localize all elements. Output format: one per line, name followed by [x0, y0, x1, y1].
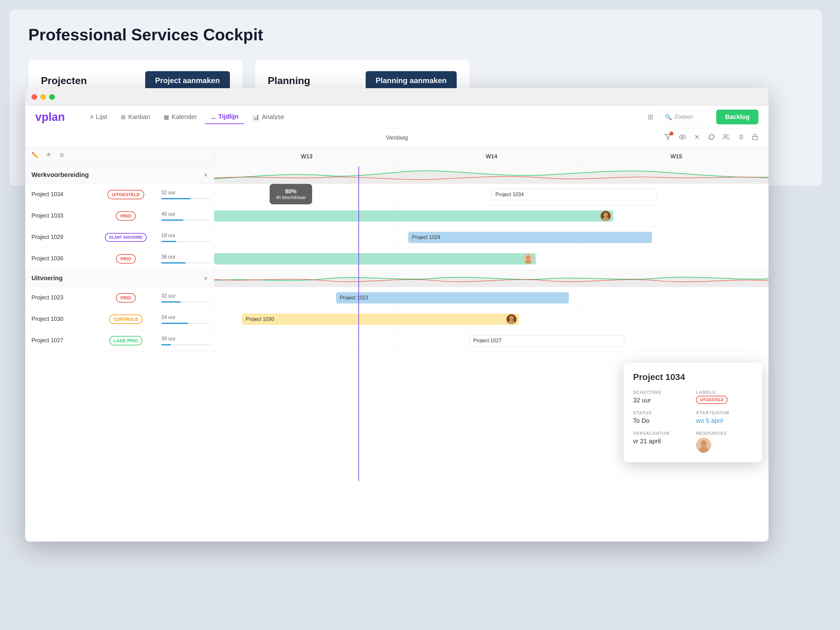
detail-card: Project 1034 SCHATTING 32 uur LABELS UIT… [624, 363, 762, 462]
label-prio-1033: PRIO [116, 211, 136, 221]
startdatum-value: wo 5 april [696, 417, 753, 424]
project-naam-1036: Project 1036 [25, 255, 95, 262]
analyse-icon: 📊 [252, 113, 259, 121]
eye-icon[interactable] [679, 134, 686, 142]
left-table: Werkvoorbereiding ∨ Project 1034 UITGEST… [25, 166, 214, 481]
label-uitgesteld: UITGESTELD [107, 190, 144, 199]
gantt-bar-1034[interactable]: Project 1034 [491, 189, 658, 200]
nav-right: ⊞ 🔍 Zoeken Backlog [647, 110, 758, 124]
project-schatting-1034: 32 uur [158, 190, 214, 199]
nav-item-kalender[interactable]: ▦ Kalender [158, 110, 203, 124]
gantt-bar-1023[interactable]: Project 1023 [336, 292, 569, 304]
table-row[interactable]: Project 1034 UITGESTELD 32 uur [25, 184, 214, 205]
table-row[interactable]: Project 1036 PRIO 36 uur [25, 248, 214, 269]
nav-item-lijst[interactable]: ≡ Lijst [84, 110, 114, 124]
table-row[interactable]: Project 1023 PRIO 32 uur [25, 287, 214, 309]
projects-card-header: Projecten Project aanmaken [41, 71, 230, 90]
resource-avatar [696, 438, 711, 453]
filter-icon[interactable] [665, 134, 671, 142]
table-row[interactable]: Project 1027 LAGE PRIO 30 uur [25, 330, 214, 351]
project-labels-1030: CONTROLE [95, 315, 158, 324]
nav-item-lijst-label: Lijst [96, 113, 107, 121]
nav-item-analyse[interactable]: 📊 Analyse [246, 110, 291, 124]
kalender-icon: ▦ [164, 113, 169, 121]
status-label: STATUS [633, 410, 690, 415]
label-prio-1023: PRIO [116, 293, 136, 302]
gantt-bar-1036[interactable] [214, 253, 536, 265]
logo-plan: plan [41, 110, 65, 123]
avatar-1033 [601, 211, 611, 221]
dot-green[interactable] [49, 94, 55, 100]
gantt-bar-1029[interactable]: Project 1029 [408, 232, 652, 243]
gantt-bar-1027[interactable]: Project 1027 [469, 335, 625, 346]
browser-titlebar [25, 88, 769, 106]
group-chevron-2: ∨ [204, 275, 208, 281]
project-schatting-1036: 36 uur [158, 254, 214, 263]
gantt-group-werkvoorbereiding [214, 166, 769, 184]
edit-icon[interactable]: ✏️ [32, 152, 38, 159]
close-icon[interactable] [693, 134, 701, 142]
gantt-row-1023: Project 1023 [214, 287, 769, 309]
gantt-row-1034: Project 1034 [214, 184, 769, 205]
list-icon[interactable] [737, 134, 744, 142]
nav-item-tijdlijn-label: Tijdlijn [218, 113, 238, 120]
detail-labels-field: LABELS UITGESTELD [696, 390, 753, 404]
dot-yellow[interactable] [40, 94, 46, 100]
gantt-header: W13 W14 W15 [214, 147, 769, 166]
project-naam-1030: Project 1030 [25, 316, 95, 322]
capacity-chart-2 [214, 269, 769, 287]
gantt-row-1029: Project 1029 [214, 227, 769, 248]
dot-red[interactable] [32, 94, 37, 100]
puzzle-icon[interactable] [708, 134, 715, 142]
search-box[interactable]: 🔍 Zoeken [660, 111, 710, 123]
table-row[interactable]: Project 1030 CONTROLE 24 uur [25, 309, 214, 330]
label-prio-1036: PRIO [116, 254, 136, 263]
nav-item-tijdlijn[interactable]: ⚊ Tijdlijn [204, 110, 245, 124]
gantt-area: Project 1034 Project 1029 [214, 166, 769, 481]
group-werkvoorbereiding-label: Werkvoorbereiding [32, 171, 89, 178]
content-area: Werkvoorbereiding ∨ Project 1034 UITGEST… [25, 166, 769, 481]
settings-icon[interactable]: ⚙ [59, 152, 64, 159]
search-placeholder: Zoeken [674, 113, 693, 120]
bg-title: Professional Services Cockpit [28, 25, 803, 44]
gantt-row-1030: Project 1030 [214, 309, 769, 330]
project-schatting-1029: 18 uur [158, 233, 214, 242]
app-navbar: vplan ≡ Lijst ⊞ Kanban ▦ Kalender ⚊ Tijd… [25, 106, 769, 128]
startdatum-label: STARTDATUM [696, 410, 753, 415]
lock-icon[interactable] [752, 134, 758, 142]
label-klant-1029: KLANT AKKOORD [105, 233, 147, 242]
detail-schatting-field: SCHATTING 32 uur [633, 390, 690, 404]
label-lage-prio-1027: LAGE PRIO [109, 336, 142, 345]
nav-item-kalender-label: Kalender [172, 113, 197, 121]
table-row[interactable]: Project 1029 KLANT AKKOORD 18 uur [25, 227, 214, 248]
users-icon[interactable] [723, 134, 729, 142]
project-aanmaken-button[interactable]: Project aanmaken [145, 71, 230, 90]
detail-label-badge: UITGESTELD [696, 396, 728, 404]
expand-icon[interactable]: ⊞ [647, 113, 653, 121]
nav-item-kanban[interactable]: ⊞ Kanban [115, 110, 156, 124]
backlog-button[interactable]: Backlog [716, 110, 758, 124]
gantt-bar-1030[interactable]: Project 1030 [242, 313, 519, 325]
planning-card-title: Planning [268, 75, 310, 87]
project-labels-1034: UITGESTELD [95, 190, 158, 199]
gantt-bar-1033[interactable] [214, 210, 613, 222]
nav-item-kanban-label: Kanban [128, 113, 150, 121]
svg-point-19 [699, 446, 708, 453]
table-row[interactable]: Project 1033 PRIO 40 uur [25, 205, 214, 227]
group-chevron-1: ∨ [204, 172, 208, 178]
project-naam-1029: Project 1029 [25, 234, 95, 241]
planning-aanmaken-button[interactable]: Planning aanmaken [366, 71, 457, 90]
group-uitvoering[interactable]: Uitvoering ∨ [25, 269, 214, 287]
nav-item-analyse-label: Analyse [262, 113, 284, 121]
left-panel-header: ✏️ 👁 ⚙ NAAM LABELS SCHATTING [25, 147, 214, 166]
svg-rect-11 [752, 137, 758, 140]
project-schatting-1030: 24 uur [158, 315, 214, 324]
gantt-group-uitvoering [214, 269, 769, 287]
labels-label: LABELS [696, 390, 753, 395]
svg-point-4 [724, 134, 726, 136]
group-uitvoering-label: Uitvoering [32, 274, 63, 282]
visibility-icon[interactable]: 👁 [46, 152, 52, 158]
svg-point-13 [603, 217, 609, 221]
group-werkvoorbereiding[interactable]: Werkvoorbereiding ∨ [25, 166, 214, 184]
gantt-row-1027: Project 1027 [214, 330, 769, 351]
